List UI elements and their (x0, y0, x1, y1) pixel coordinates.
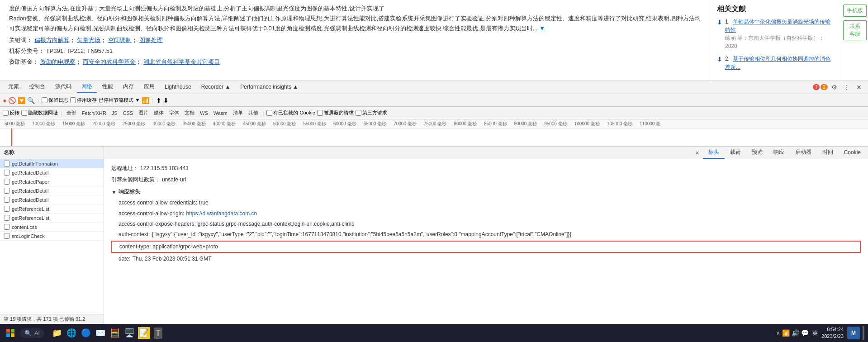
keyword-spatial[interactable]: 空间调制 (108, 37, 132, 43)
tab-performance-insights[interactable]: Performance insights ▲ (236, 82, 303, 93)
request-list-body[interactable]: getDetailInFormation getRelatedDetail ge… (0, 159, 104, 314)
download-icon[interactable]: ⬇ (163, 97, 169, 104)
tab-sources[interactable]: 源代码 (51, 81, 76, 93)
request-list-item[interactable]: getRelatedPaper (0, 177, 104, 186)
request-list-item[interactable]: getReferenceList (0, 214, 104, 223)
contact-button[interactable]: 联系客服 (843, 20, 867, 40)
filter-search-icon[interactable]: 🔍 (27, 97, 35, 104)
filter-all-btn[interactable]: 全部 (65, 109, 78, 117)
start-button[interactable] (4, 326, 17, 340)
taskbar-network-icon[interactable]: 📶 (782, 329, 790, 337)
filter-hide-data-urls[interactable]: 隐藏数据网址 (21, 109, 58, 116)
detail-tab-initiator[interactable]: 启动器 (790, 147, 817, 159)
filter-fetch-xhr-btn[interactable]: Fetch/XHR (80, 109, 108, 117)
request-checkbox[interactable] (4, 215, 10, 221)
request-checkbox[interactable] (4, 197, 10, 203)
request-checkbox[interactable] (4, 179, 10, 185)
filter-js-btn[interactable]: JS (110, 109, 119, 117)
detail-tab-preview[interactable]: 预览 (746, 147, 768, 159)
upload-icon[interactable]: ⬆ (156, 97, 161, 104)
filter-blocked-requests[interactable]: 被屏蔽的请求 (317, 109, 354, 116)
filter-reverse[interactable]: 反转 (3, 109, 19, 116)
settings-icon[interactable]: ⚙ (829, 83, 840, 92)
request-list-item[interactable]: getReferenceList (0, 204, 104, 214)
tab-recorder[interactable]: Recorder ▲ (197, 82, 235, 93)
taskbar-sound-icon[interactable]: 🔊 (792, 329, 799, 337)
taskbar-icon-text-editor[interactable]: T (152, 327, 165, 339)
keyword-polarization[interactable]: 偏振方向解算 (34, 37, 70, 43)
taskbar-caret-icon[interactable]: ∧ (776, 330, 780, 336)
request-checkbox[interactable] (4, 224, 10, 230)
detail-tab-timing[interactable]: 时间 (817, 147, 839, 159)
filter-doc-btn[interactable]: 文档 (183, 109, 196, 117)
taskbar-icon-calculator[interactable]: 🧮 (109, 327, 121, 339)
keyword-vector[interactable]: 矢量光场 (77, 37, 100, 43)
source-link-1[interactable]: 资助的电视察 (40, 58, 76, 65)
request-checkbox[interactable] (4, 233, 10, 239)
preserve-log-checkbox[interactable] (42, 97, 47, 103)
filter-blocked-cookies[interactable]: 有已拦截的 Cookie (266, 109, 315, 116)
reverse-checkbox[interactable] (3, 110, 9, 116)
detail-tab-payload[interactable]: 载荷 (725, 147, 746, 159)
filter-clear-btn[interactable]: 清单 (231, 109, 245, 117)
response-headers-section[interactable]: ▼ 响应标头 (111, 185, 861, 198)
request-checkbox[interactable] (4, 161, 10, 166)
source-link-2[interactable]: 而安全的教科学基金 (83, 58, 136, 65)
mobile-version-button[interactable]: 手机版 (843, 5, 867, 17)
ref-link-1[interactable]: 单轴晶体中杂化偏振矢量涡旋光场的传输特性 (725, 19, 830, 33)
tab-elements[interactable]: 元素 (4, 81, 24, 93)
tab-network[interactable]: 网络 (77, 81, 97, 93)
hide-data-urls-checkbox[interactable] (21, 110, 27, 116)
request-list-item[interactable]: getRelatedDetail (0, 195, 104, 204)
throttling-select[interactable]: 已停用节流模式 ▼ (99, 97, 140, 104)
request-checkbox[interactable] (4, 206, 10, 212)
expand-link[interactable]: ▼ (539, 25, 545, 32)
filter-img-btn[interactable]: 图片 (137, 109, 150, 117)
request-list-item[interactable]: content.css (0, 223, 104, 232)
request-checkbox[interactable] (4, 188, 10, 194)
detail-tab-headers[interactable]: 标头 (703, 147, 725, 159)
disable-cache-checkbox[interactable] (70, 97, 76, 103)
source-link-3[interactable]: 湖北省自然科学基金其它项目 (143, 58, 220, 65)
taskbar-icon-terminal[interactable]: 🖥️ (123, 327, 136, 339)
taskbar-icon-file-explorer[interactable]: 📁 (51, 327, 63, 339)
taskbar-clock[interactable]: 8:54:24 2023/2/23 (821, 326, 844, 340)
taskbar-icon-chrome[interactable]: 🔵 (80, 327, 92, 339)
filter-font-btn[interactable]: 字体 (167, 109, 181, 117)
taskbar-icon-edge[interactable]: 🌐 (65, 327, 78, 339)
filter-wasm-btn[interactable]: Wasm (212, 109, 229, 117)
blocked-cookies-checkbox[interactable] (266, 110, 272, 116)
more-options-icon[interactable]: ⋮ (841, 83, 853, 92)
filter-ws-btn[interactable]: WS (198, 109, 210, 117)
request-list-item[interactable]: srcLoginCheck (0, 232, 104, 241)
tab-lighthouse[interactable]: Lighthouse (160, 82, 196, 93)
detail-tab-response[interactable]: 响应 (768, 147, 790, 159)
blocked-requests-checkbox[interactable] (317, 110, 323, 116)
filter-icon[interactable]: 🔽 (18, 97, 25, 104)
taskbar-icon-notepad[interactable]: 📝 (138, 327, 150, 339)
request-list-item[interactable]: getRelatedDetail (0, 168, 104, 177)
tab-application[interactable]: 应用 (139, 81, 159, 93)
close-devtools-icon[interactable]: ✕ (854, 83, 864, 92)
filter-third-party[interactable]: 第三方请求 (356, 109, 387, 116)
third-party-checkbox[interactable] (356, 110, 361, 116)
ref-link-2[interactable]: 基于传输相位和几何相位协同调控的消色差超... (725, 56, 830, 70)
tab-memory[interactable]: 内存 (119, 81, 138, 93)
taskbar-show-desktop-icon[interactable] (863, 326, 864, 340)
filter-preserve-log[interactable]: 保留日志 (42, 97, 68, 104)
request-list-item[interactable]: getDetailInFormation (0, 159, 104, 168)
header-link[interactable]: https://d.wanfangdata.com.cn (186, 210, 257, 217)
filter-disable-cache[interactable]: 停用缓存 (70, 97, 97, 104)
download-icon-1[interactable]: ⬇ (717, 18, 722, 27)
taskbar-special-icon[interactable]: M (847, 327, 860, 339)
filter-other-btn[interactable]: 其他 (247, 109, 260, 117)
taskbar-search-box[interactable]: 🔍 Ai (20, 328, 44, 338)
detail-tab-cookies[interactable]: Cookie (839, 147, 866, 158)
taskbar-lang-icon[interactable]: 英 (811, 329, 820, 337)
download-icon-2[interactable]: ⬇ (717, 55, 722, 64)
detail-close-btn[interactable]: × (692, 148, 702, 157)
filter-css-btn[interactable]: CSS (121, 109, 135, 117)
keyword-image[interactable]: 图像处理 (139, 37, 163, 43)
tab-console[interactable]: 控制台 (24, 81, 50, 93)
taskbar-icon-mail[interactable]: ✉️ (94, 327, 107, 339)
